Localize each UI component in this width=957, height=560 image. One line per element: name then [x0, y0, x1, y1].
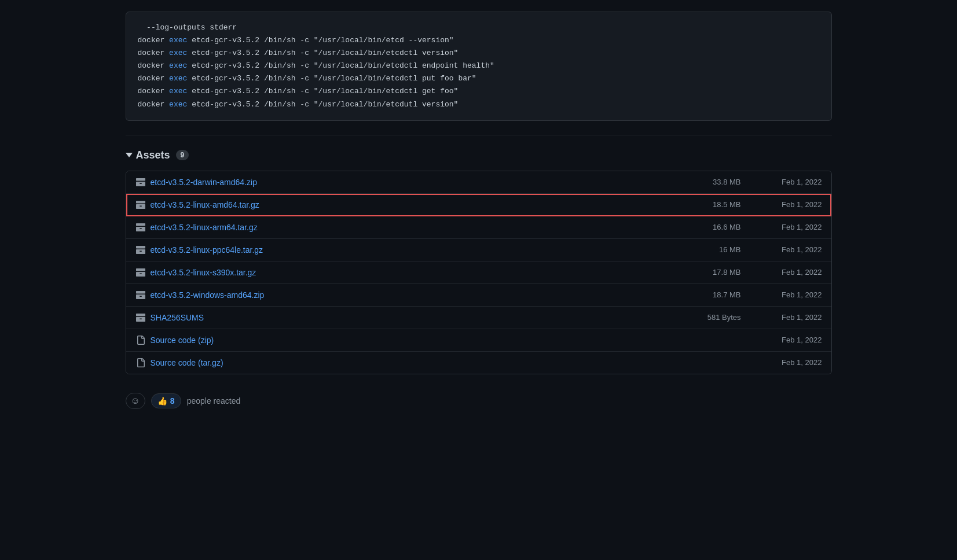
asset-date: Feb 1, 2022: [741, 223, 822, 231]
assets-title: Assets: [136, 149, 170, 161]
asset-date: Feb 1, 2022: [741, 358, 822, 367]
archive-icon: [135, 222, 146, 233]
asset-row: etcd-v3.5.2-windows-amd64.zip18.7 MBFeb …: [126, 284, 831, 307]
chevron-down-icon: [126, 153, 133, 157]
asset-name-link[interactable]: SHA256SUMS: [151, 313, 672, 322]
asset-date: Feb 1, 2022: [741, 290, 822, 299]
asset-date: Feb 1, 2022: [741, 200, 822, 209]
asset-row: etcd-v3.5.2-linux-s390x.tar.gz17.8 MBFeb…: [126, 261, 831, 284]
add-reaction-button[interactable]: ☺: [126, 393, 145, 409]
assets-count-badge: 9: [176, 150, 189, 160]
asset-row: Source code (zip)Feb 1, 2022: [126, 329, 831, 352]
archive-icon: [135, 312, 146, 323]
asset-size: 18.7 MB: [672, 290, 741, 299]
archive-icon: [135, 290, 146, 300]
asset-row: Source code (tar.gz)Feb 1, 2022: [126, 352, 831, 374]
source-code-icon: [135, 358, 146, 368]
code-line: docker exec etcd-gcr-v3.5.2 /bin/sh -c "…: [138, 72, 820, 85]
asset-row: etcd-v3.5.2-darwin-amd64.zip33.8 MBFeb 1…: [126, 171, 831, 194]
reaction-text: people reacted: [187, 396, 241, 406]
source-code-icon: [135, 335, 146, 345]
archive-icon: [135, 267, 146, 278]
asset-size: 33.8 MB: [672, 178, 741, 186]
asset-size: 18.5 MB: [672, 200, 741, 209]
asset-size: 581 Bytes: [672, 313, 741, 322]
code-line: --log-outputs stderr: [138, 21, 820, 34]
asset-name-link[interactable]: Source code (zip): [151, 336, 672, 345]
asset-name-link[interactable]: etcd-v3.5.2-linux-arm64.tar.gz: [151, 223, 672, 232]
thumbs-up-emoji: 👍: [157, 396, 167, 406]
assets-toggle[interactable]: Assets: [126, 149, 170, 161]
code-line: docker exec etcd-gcr-v3.5.2 /bin/sh -c "…: [138, 85, 820, 98]
archive-icon: [135, 245, 146, 255]
asset-row: etcd-v3.5.2-linux-ppc64le.tar.gz16 MBFeb…: [126, 239, 831, 261]
code-block: --log-outputs stderrdocker exec etcd-gcr…: [126, 12, 832, 121]
asset-name-link[interactable]: Source code (tar.gz): [151, 358, 672, 367]
asset-size: 16 MB: [672, 245, 741, 254]
code-line: docker exec etcd-gcr-v3.5.2 /bin/sh -c "…: [138, 98, 820, 111]
asset-name-link[interactable]: etcd-v3.5.2-linux-amd64.tar.gz: [151, 200, 672, 209]
asset-name-link[interactable]: etcd-v3.5.2-linux-s390x.tar.gz: [151, 268, 672, 277]
asset-row: SHA256SUMS581 BytesFeb 1, 2022: [126, 307, 831, 329]
code-line: docker exec etcd-gcr-v3.5.2 /bin/sh -c "…: [138, 47, 820, 60]
code-line: docker exec etcd-gcr-v3.5.2 /bin/sh -c "…: [138, 34, 820, 47]
thumbs-up-reaction-button[interactable]: 👍 8: [151, 393, 181, 408]
asset-date: Feb 1, 2022: [741, 313, 822, 322]
code-line: docker exec etcd-gcr-v3.5.2 /bin/sh -c "…: [138, 60, 820, 72]
assets-section: Assets 9 etcd-v3.5.2-darwin-amd64.zip33.…: [126, 149, 832, 374]
asset-size: 16.6 MB: [672, 223, 741, 231]
asset-row: etcd-v3.5.2-linux-amd64.tar.gz18.5 MBFeb…: [126, 194, 831, 216]
page-wrapper: --log-outputs stderrdocker exec etcd-gcr…: [102, 0, 855, 425]
reaction-count: 8: [170, 396, 175, 406]
asset-row: etcd-v3.5.2-linux-arm64.tar.gz16.6 MBFeb…: [126, 216, 831, 239]
asset-date: Feb 1, 2022: [741, 268, 822, 277]
asset-name-link[interactable]: etcd-v3.5.2-windows-amd64.zip: [151, 290, 672, 300]
asset-name-link[interactable]: etcd-v3.5.2-linux-ppc64le.tar.gz: [151, 245, 672, 255]
asset-name-link[interactable]: etcd-v3.5.2-darwin-amd64.zip: [151, 178, 672, 187]
archive-icon: [135, 200, 146, 210]
asset-date: Feb 1, 2022: [741, 245, 822, 254]
smile-icon: ☺: [131, 396, 140, 406]
section-divider: [126, 135, 832, 135]
assets-header: Assets 9: [126, 149, 832, 161]
assets-list: etcd-v3.5.2-darwin-amd64.zip33.8 MBFeb 1…: [126, 171, 832, 374]
asset-date: Feb 1, 2022: [741, 178, 822, 186]
asset-date: Feb 1, 2022: [741, 336, 822, 344]
asset-size: 17.8 MB: [672, 268, 741, 277]
archive-icon: [135, 177, 146, 187]
reactions-bar: ☺ 👍 8 people reacted: [126, 388, 832, 414]
